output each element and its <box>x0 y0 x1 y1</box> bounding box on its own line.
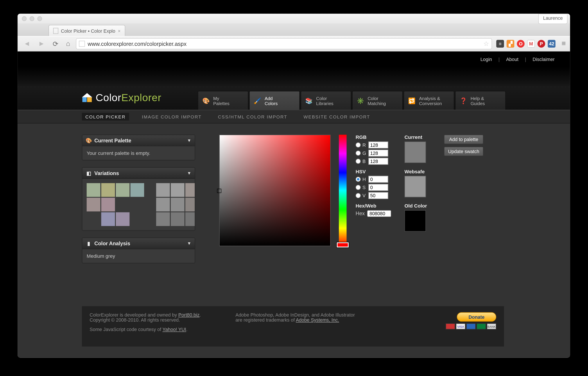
nav-colors[interactable]: 🖌️AddColors <box>249 91 300 110</box>
radio-v[interactable] <box>356 193 361 198</box>
logo-icon <box>82 93 92 103</box>
input-hex[interactable] <box>367 210 391 217</box>
variation-swatch[interactable] <box>101 198 115 211</box>
bookmark-star-icon[interactable]: ☆ <box>483 40 489 48</box>
copyright-text: Copyright © 2008-2010. All rights reserv… <box>90 317 236 323</box>
window-titlebar <box>18 14 570 24</box>
bank-icon: BANK <box>487 323 496 329</box>
yui-link[interactable]: Yahoo! YUI <box>163 327 186 332</box>
chrome-menu-icon[interactable]: ≡ <box>561 40 566 48</box>
minimize-window-button[interactable] <box>30 16 34 21</box>
hue-slider-handle[interactable] <box>337 242 349 247</box>
variation-swatch[interactable] <box>156 198 170 211</box>
disclaimer-link[interactable]: Disclaimer <box>533 57 555 62</box>
port80-link[interactable]: Port80.biz <box>178 312 200 317</box>
panel-header[interactable]: 🎨 Current Palette ▼ <box>82 135 195 146</box>
subnav-color-picker[interactable]: COLOR PICKER <box>82 113 129 120</box>
nav-icon: 🖌️ <box>253 96 262 105</box>
nav-palettes[interactable]: 🎨MyPalettes <box>198 91 248 110</box>
input-h[interactable] <box>368 176 388 183</box>
variation-swatch[interactable] <box>171 183 185 197</box>
back-button[interactable]: ◄ <box>22 40 32 48</box>
forward-button[interactable]: ► <box>36 40 47 48</box>
zoom-window-button[interactable] <box>37 16 42 21</box>
input-g[interactable] <box>368 150 388 157</box>
nav-libraries[interactable]: 📚ColorLibraries <box>301 91 351 110</box>
swatch-column: Current Websafe Old Color <box>405 135 435 238</box>
extension-buffer-icon[interactable]: ≡ <box>496 40 504 48</box>
footer-left: ColorExplorer is developed and owned by … <box>90 312 236 340</box>
hue-column <box>336 135 350 246</box>
site-icon <box>79 41 85 47</box>
input-v[interactable] <box>368 192 388 199</box>
radio-g[interactable] <box>356 150 361 156</box>
variation-swatch[interactable] <box>87 183 101 197</box>
variation-swatch[interactable] <box>116 212 130 226</box>
page-viewport: Login | About | Disclaimer ColorExplorer… <box>18 52 570 358</box>
browser-tab[interactable]: Color Picker • Color Explo × <box>49 25 125 36</box>
nav-matching[interactable]: ✳️ColorMatching <box>352 91 403 110</box>
extension-gmail-icon[interactable]: M <box>527 40 535 48</box>
chrome-user-badge[interactable]: Laurence <box>538 14 567 24</box>
variation-swatch[interactable] <box>171 212 185 226</box>
color-picker <box>219 135 349 246</box>
variation-swatch[interactable] <box>171 198 185 211</box>
extension-analytics-icon[interactable]: ▞ <box>507 40 514 48</box>
old-color-label: Old Color <box>405 203 435 209</box>
nav-icon: 🎨 <box>202 96 210 105</box>
variation-swatch[interactable] <box>156 212 170 226</box>
site-logo[interactable]: ColorExplorer <box>82 92 161 104</box>
jcb-icon <box>477 323 486 329</box>
variation-swatch[interactable] <box>185 198 195 211</box>
close-tab-icon[interactable]: × <box>118 28 121 33</box>
variation-swatch[interactable] <box>87 198 101 211</box>
close-window-button[interactable] <box>22 16 27 21</box>
nav-icon: 🔁 <box>408 96 416 105</box>
variation-swatch[interactable] <box>130 183 144 197</box>
extension-pinterest-icon[interactable]: P <box>537 40 545 48</box>
variation-swatch[interactable] <box>101 212 115 226</box>
nav-guides[interactable]: ❓Help &Guides <box>455 91 506 110</box>
variation-swatch[interactable] <box>116 183 130 197</box>
input-r[interactable] <box>368 142 388 148</box>
login-link[interactable]: Login <box>481 57 492 62</box>
update-swatch-button[interactable]: Update swatch <box>444 147 483 156</box>
header-utility-links: Login | About | Disclaimer <box>478 57 557 62</box>
variation-swatches-right <box>156 183 195 226</box>
sv-cursor[interactable] <box>217 189 221 193</box>
variation-swatch[interactable] <box>185 212 195 226</box>
about-link[interactable]: About <box>506 57 518 62</box>
payment-cards: VISA BANK <box>446 323 496 329</box>
subnav-image-color-import[interactable]: IMAGE COLOR IMPORT <box>138 113 205 120</box>
reload-button[interactable]: ⟳ <box>51 40 60 48</box>
input-s[interactable] <box>368 184 388 191</box>
panel-header[interactable]: ◧ Variations ▼ <box>82 167 195 179</box>
hex-label: Hex <box>356 211 365 217</box>
variation-swatch[interactable] <box>156 183 170 197</box>
adobe-link[interactable]: Adobe Systems, Inc. <box>296 317 339 323</box>
input-b[interactable] <box>368 158 388 165</box>
subnav-website-color-import[interactable]: WEBSITE COLOR IMPORT <box>300 113 373 120</box>
current-label: Current <box>405 135 435 140</box>
url-input[interactable] <box>88 41 481 47</box>
home-button[interactable]: ⌂ <box>64 40 72 48</box>
radio-r[interactable] <box>356 142 361 147</box>
donate-button[interactable]: Donate <box>457 312 496 322</box>
add-to-palette-button[interactable]: Add to palette <box>444 135 483 144</box>
radio-h[interactable] <box>356 177 361 182</box>
nav-conversion[interactable]: 🔁Analysis &Conversion <box>404 91 454 110</box>
radio-b[interactable] <box>356 159 361 164</box>
extension-opera-icon[interactable]: O <box>517 40 525 48</box>
address-bar[interactable]: ☆ <box>76 38 492 49</box>
panel-title: Variations <box>94 170 119 176</box>
variation-swatch[interactable] <box>185 183 195 197</box>
subnav-css-html-color-import[interactable]: CSS/HTML COLOR IMPORT <box>215 113 291 120</box>
radio-s[interactable] <box>356 185 361 190</box>
extension-42-icon[interactable]: 42 <box>548 40 556 48</box>
chevron-down-icon: ▼ <box>187 171 191 176</box>
panel-header[interactable]: ▮ Color Analysis ▼ <box>82 238 195 249</box>
hue-bar[interactable] <box>339 135 346 246</box>
variation-swatch[interactable] <box>101 183 115 197</box>
sub-nav: COLOR PICKERIMAGE COLOR IMPORTCSS/HTML C… <box>18 110 570 124</box>
saturation-value-field[interactable] <box>219 135 331 246</box>
